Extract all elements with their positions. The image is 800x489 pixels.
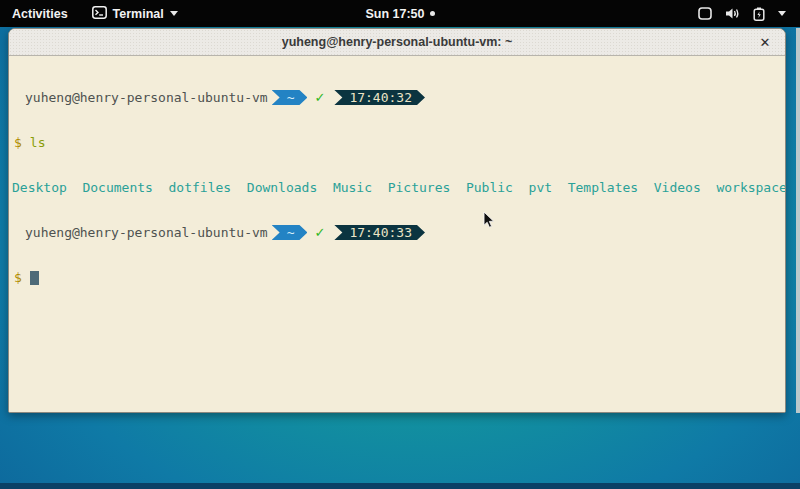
- display-icon: [698, 7, 712, 20]
- desktop-bottom-band: [0, 483, 800, 489]
- ls-output-line: Desktop Documents dotfiles Downloads Mus…: [12, 180, 782, 195]
- prompt-symbol: $: [14, 135, 22, 150]
- terminal-icon: [92, 6, 107, 22]
- prompt-line-2: yuheng@henry-personal-ubuntu-vm ~ ✓ 17:4…: [12, 225, 782, 240]
- prompt-path: ~: [287, 225, 295, 240]
- input-line: $: [12, 270, 782, 285]
- activities-label: Activities: [12, 7, 68, 21]
- app-menu-label: Terminal: [113, 7, 164, 21]
- prompt-user-host: yuheng@henry-personal-ubuntu-vm: [12, 90, 268, 105]
- prompt-status-check-icon: ✓: [314, 90, 325, 105]
- clock[interactable]: Sun 17:50: [365, 7, 424, 21]
- system-status-area[interactable]: [684, 0, 800, 27]
- terminal-cursor: [30, 271, 39, 285]
- command-line: $ ls: [12, 135, 782, 150]
- window-title: yuheng@henry-personal-ubuntu-vm: ~: [282, 35, 513, 49]
- chevron-down-icon: [778, 11, 786, 16]
- prompt-path: ~: [287, 90, 295, 105]
- chevron-down-icon: [170, 11, 178, 16]
- mouse-cursor: [483, 211, 495, 233]
- prompt-path-segment: ~: [272, 225, 308, 240]
- volume-icon: [725, 7, 740, 20]
- command-text: ls: [30, 135, 46, 150]
- prompt-time-segment: 17:40:33: [334, 225, 425, 240]
- app-menu-terminal[interactable]: Terminal: [80, 0, 190, 27]
- notification-dot: [430, 11, 435, 16]
- prompt-status-check-icon: ✓: [314, 225, 325, 240]
- battery-charging-icon: [753, 7, 765, 21]
- background-window-edge: [796, 28, 800, 413]
- prompt-time: 17:40:33: [349, 225, 412, 240]
- prompt-time: 17:40:32: [349, 90, 412, 105]
- window-titlebar[interactable]: yuheng@henry-personal-ubuntu-vm: ~ ✕: [9, 29, 785, 56]
- close-button[interactable]: ✕: [754, 29, 776, 56]
- terminal-window: yuheng@henry-personal-ubuntu-vm: ~ ✕ yuh…: [8, 28, 786, 413]
- prompt-line-1: yuheng@henry-personal-ubuntu-vm ~ ✓ 17:4…: [12, 90, 782, 105]
- prompt-time-segment: 17:40:32: [334, 90, 425, 105]
- terminal-content[interactable]: yuheng@henry-personal-ubuntu-vm ~ ✓ 17:4…: [9, 56, 785, 412]
- top-bar: Activities Terminal Sun 17:50: [0, 0, 800, 27]
- prompt-user-host: yuheng@henry-personal-ubuntu-vm: [12, 225, 268, 240]
- activities-button[interactable]: Activities: [0, 0, 80, 27]
- prompt-symbol: $: [14, 270, 22, 285]
- prompt-path-segment: ~: [272, 90, 308, 105]
